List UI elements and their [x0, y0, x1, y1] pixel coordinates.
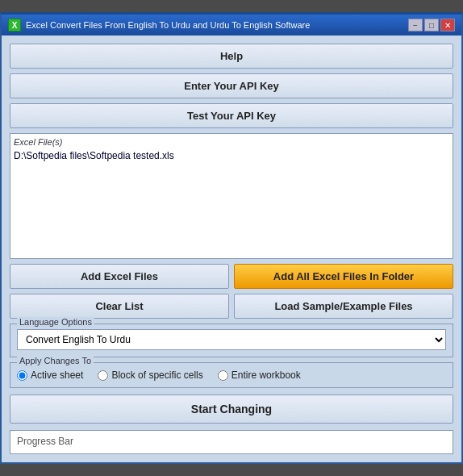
load-sample-button[interactable]: Load Sample/Example Files	[234, 294, 453, 319]
radio-active-label: Active sheet	[31, 370, 83, 381]
radio-entire[interactable]: Entire workbook	[218, 370, 301, 381]
main-window: X Excel Convert Files From English To Ur…	[0, 12, 463, 464]
radio-entire-input[interactable]	[218, 370, 228, 381]
apply-changes-group: Apply Changes To Active sheet Block of s…	[10, 362, 453, 388]
language-select[interactable]: Convert English To Urdu Convert Urdu To …	[17, 329, 446, 350]
api-key-button[interactable]: Enter Your API Key	[10, 73, 453, 98]
language-options-label: Language Options	[17, 317, 94, 327]
title-bar-left: X Excel Convert Files From English To Ur…	[8, 19, 310, 31]
progress-bar: Progress Bar	[10, 430, 453, 454]
file-list-area: Excel File(s) D:\Softpedia files\Softped…	[10, 133, 453, 259]
minimize-button[interactable]: −	[408, 19, 423, 31]
radio-row: Active sheet Block of specific cells Ent…	[17, 370, 446, 381]
apply-changes-label: Apply Changes To	[17, 356, 94, 365]
file-entry: D:\Softpedia files\Softpedia tested.xls	[14, 150, 449, 161]
test-api-button[interactable]: Test Your API Key	[10, 103, 453, 128]
radio-active-sheet[interactable]: Active sheet	[17, 370, 83, 381]
add-buttons-row: Add Excel Files Add All Excel Files In F…	[10, 264, 453, 289]
clear-load-row: Clear List Load Sample/Example Files	[10, 294, 453, 319]
help-button[interactable]: Help	[10, 44, 453, 69]
file-list-label: Excel File(s)	[14, 137, 449, 147]
progress-label: Progress Bar	[17, 436, 73, 447]
window-title: Excel Convert Files From English To Urdu…	[26, 20, 310, 30]
file-list-box: Excel File(s) D:\Softpedia files\Softped…	[10, 133, 453, 259]
restore-button[interactable]: □	[424, 19, 439, 31]
add-all-button[interactable]: Add All Excel Files In Folder	[234, 264, 453, 289]
language-options-group: Language Options Convert English To Urdu…	[10, 324, 453, 357]
radio-active-input[interactable]	[17, 370, 27, 381]
start-button[interactable]: Start Changing	[10, 395, 453, 424]
add-excel-button[interactable]: Add Excel Files	[10, 264, 229, 289]
file-list-content: D:\Softpedia files\Softpedia tested.xls	[14, 150, 449, 255]
radio-entire-label: Entire workbook	[232, 370, 301, 381]
clear-list-button[interactable]: Clear List	[10, 294, 229, 319]
title-bar: X Excel Convert Files From English To Ur…	[2, 15, 461, 35]
radio-block[interactable]: Block of specific cells	[98, 370, 202, 381]
app-icon: X	[8, 19, 21, 31]
radio-block-input[interactable]	[98, 370, 108, 381]
radio-block-label: Block of specific cells	[111, 370, 202, 381]
main-content: Help Enter Your API Key Test Your API Ke…	[2, 35, 461, 462]
close-button[interactable]: ✕	[440, 19, 455, 31]
title-buttons: − □ ✕	[408, 19, 455, 31]
